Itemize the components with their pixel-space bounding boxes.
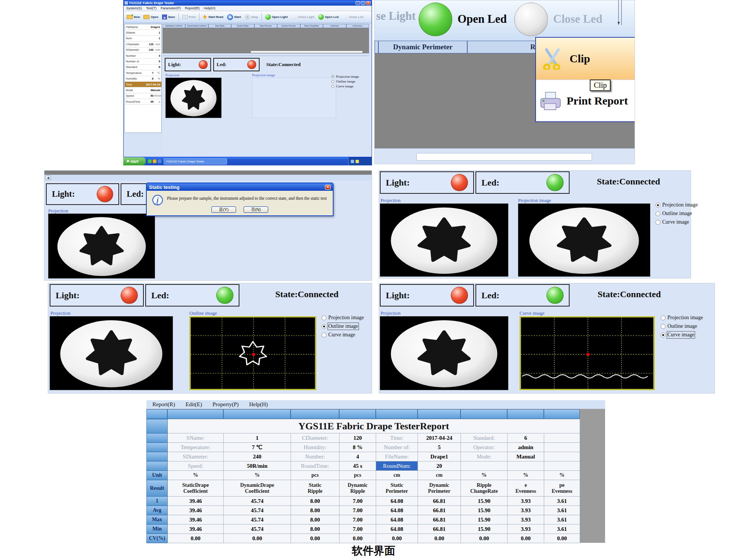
radio-projection-image[interactable]: Projection image (661, 315, 703, 321)
menu-item-help-h[interactable]: Help(H) (249, 401, 268, 408)
toolbar-save-button[interactable]: Save (161, 14, 177, 20)
report-value-cell[interactable]: 15.90 (461, 515, 508, 525)
report-value-cell[interactable]: 64.08 (376, 497, 418, 506)
report-info-cell[interactable]: 45 s (340, 461, 376, 471)
toolbar-start-read-button[interactable]: Start Read (201, 13, 225, 21)
report-column-header-staticdrape-coefficient[interactable]: StaticDrapeCoefficient (168, 480, 224, 497)
report-row-header[interactable] (147, 443, 168, 452)
report-value-cell[interactable]: 7.00 (340, 506, 376, 515)
report-info-cell[interactable]: Number: (291, 452, 340, 461)
menu-item-parameter-p[interactable]: Parameter(P) (161, 6, 181, 10)
report-value-cell[interactable]: 15.90 (461, 497, 508, 506)
report-info-cell[interactable]: RoundTime: (291, 461, 340, 471)
report-column-header-static-perimeter[interactable]: StaticPerimeter (376, 480, 418, 497)
radio-outline-image[interactable]: Outline image (322, 323, 364, 329)
report-info-cell[interactable]: RoundNum: (376, 461, 418, 471)
menu-item-test-t[interactable]: Test(T) (146, 6, 156, 10)
report-row-header[interactable]: Unit (147, 471, 168, 480)
report-info-cell[interactable]: 5 (418, 443, 461, 452)
report-row-header[interactable]: Max (147, 515, 168, 525)
report-value-cell[interactable]: 0.00 (168, 534, 224, 543)
report-row-header[interactable]: 1 (147, 497, 168, 506)
report-info-cell[interactable]: 50R/min (224, 461, 291, 471)
report-value-cell[interactable]: 64.08 (376, 506, 418, 515)
radio-curve-image[interactable]: Curve image (655, 219, 698, 225)
report-unit-cell[interactable]: % (508, 471, 544, 480)
grid-column-header-dynamic-perimeter[interactable]: Dynamic Perimeter (277, 24, 300, 28)
report-value-cell[interactable]: 39.46 (168, 525, 224, 534)
report-value-cell[interactable]: 66.81 (418, 506, 461, 515)
open-led-orb-icon[interactable] (419, 3, 452, 36)
spreadsheet-column-header[interactable] (339, 409, 376, 419)
grid-column-header-static-perimeter[interactable]: Static Perimeter (254, 24, 277, 28)
report-value-cell[interactable]: 0.00 (461, 534, 508, 543)
quick-launch-icon[interactable] (158, 159, 161, 163)
report-info-cell[interactable] (508, 461, 544, 471)
report-row-header[interactable]: Min (147, 525, 168, 534)
open-led-button[interactable]: Open Led (458, 12, 507, 26)
param-row-sdiameter[interactable]: SDiameter240mm (125, 47, 161, 53)
spreadsheet-column-header[interactable] (146, 409, 167, 419)
report-info-cell[interactable]: FileName: (376, 452, 418, 461)
report-row-header[interactable] (147, 419, 168, 433)
report-row-header[interactable]: CV(%) (147, 534, 168, 543)
report-unit-cell[interactable]: cm (418, 471, 461, 480)
report-info-cell[interactable]: Speed: (168, 461, 224, 471)
report-value-cell[interactable]: 3.93 (508, 506, 544, 515)
menu-item-system-s[interactable]: System(S) (126, 6, 142, 10)
report-column-header-dynamic-ripple[interactable]: DynamicRipple (340, 480, 376, 497)
report-value-cell[interactable]: 66.81 (418, 525, 461, 534)
report-info-cell[interactable]: SDiameter: (168, 452, 224, 461)
radio-outline-image[interactable]: Outline image (331, 80, 359, 83)
radio-outline-image[interactable]: Outline image (661, 323, 703, 329)
report-unit-cell[interactable]: cm (376, 471, 418, 480)
report-info-cell[interactable]: 120 (340, 433, 376, 443)
grid-column-header-dynamicdrape-coefficient[interactable]: DynamicDrape Coefficient (185, 24, 208, 28)
param-row-cdiameter[interactable]: CDiameter120mm (125, 41, 161, 47)
report-value-cell[interactable]: 0.00 (340, 534, 376, 543)
report-value-cell[interactable]: 45.74 (224, 497, 291, 506)
report-unit-cell[interactable]: % (461, 471, 508, 480)
report-info-cell[interactable]: Operator: (461, 443, 508, 452)
dialog-title-bar[interactable]: Static testing ✕ (147, 183, 333, 191)
menu-item-report-r[interactable]: Report(R) (185, 6, 200, 10)
report-info-cell[interactable]: 20 (418, 461, 461, 471)
report-info-cell[interactable]: Time: (376, 433, 418, 443)
report-row-header[interactable]: Result (147, 480, 168, 497)
report-value-cell[interactable]: 0.00 (291, 534, 340, 543)
report-unit-cell[interactable]: % (168, 471, 224, 480)
dialog-close-icon[interactable]: ✕ (325, 185, 331, 190)
report-column-header-static-ripple[interactable]: StaticRipple (291, 480, 340, 497)
report-value-cell[interactable]: 8.00 (291, 497, 340, 506)
param-row-number-of[interactable]: Number of5 (125, 59, 161, 64)
report-value-cell[interactable]: 39.46 (168, 497, 224, 506)
radio-outline-image[interactable]: Outline image (655, 211, 698, 217)
report-info-cell[interactable] (544, 433, 580, 443)
chevron-down-icon[interactable]: ▼ (617, 21, 621, 25)
report-info-cell[interactable]: Standard: (461, 433, 508, 443)
radio-curve-image[interactable]: Curve image (661, 332, 703, 338)
report-info-cell[interactable] (461, 461, 508, 471)
param-row-number[interactable]: Number4 (125, 53, 161, 59)
report-value-cell[interactable]: 7.00 (340, 497, 376, 506)
report-info-cell[interactable]: Mode: (461, 452, 508, 461)
param-row-mode[interactable]: ModeManual (125, 87, 161, 93)
report-unit-cell[interactable]: pcs (340, 471, 376, 480)
grid-column-header-ripple-changerate[interactable]: Ripple ChangeRate (300, 24, 323, 28)
report-column-header-dynamic-perimeter[interactable]: DynamicPerimeter (418, 480, 461, 497)
report-column-header-dynamicdrape-coefficient[interactable]: DynamicDrapeCoefficient (224, 480, 291, 497)
title-bar[interactable]: YGS11E Fabric Drape Tester ─ □ ✕ (124, 0, 372, 6)
param-row-filename[interactable]: FileNameDrape1 (125, 24, 161, 30)
report-info-cell[interactable]: CDiameter: (291, 433, 340, 443)
report-value-cell[interactable]: 45.74 (224, 506, 291, 515)
report-value-cell[interactable]: 0.00 (376, 534, 418, 543)
toolbar-start-button[interactable]: Start (226, 13, 242, 21)
spreadsheet-column-header[interactable] (291, 409, 339, 419)
report-column-header-e-evenness[interactable]: eEvenness (508, 480, 544, 497)
report-value-cell[interactable]: 8.00 (291, 525, 340, 534)
radio-projection-image[interactable]: Projection image (322, 315, 364, 321)
spreadsheet-column-header[interactable] (376, 409, 418, 419)
report-value-cell[interactable]: 3.61 (544, 506, 580, 515)
report-row-header[interactable] (147, 433, 168, 443)
report-column-header-ripple-changerate[interactable]: RippleChangeRate (461, 480, 508, 497)
